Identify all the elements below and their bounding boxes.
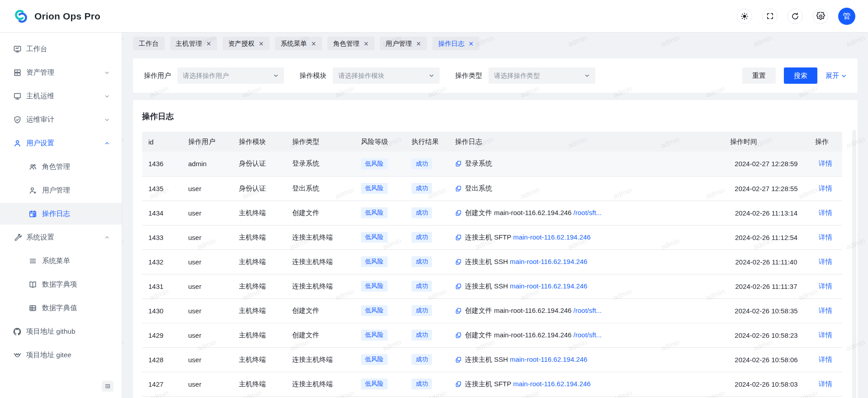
cell-risk: 低风险 — [355, 347, 405, 372]
sidebar-item-14[interactable]: 项目地址 gitee — [0, 344, 122, 366]
copy-icon[interactable] — [455, 259, 462, 265]
sidebar-item-label: 资产管理 — [26, 68, 54, 77]
tab-5[interactable]: 角色管理 — [327, 37, 375, 50]
select-placeholder: 请选择操作用户 — [183, 72, 229, 80]
detail-link[interactable]: 详情 — [819, 258, 832, 265]
cell-action: 详情 — [809, 249, 842, 274]
tab-close-icon[interactable] — [364, 41, 369, 46]
user-avatar[interactable]: 管 — [838, 8, 855, 25]
tab-4[interactable]: 系统菜单 — [275, 37, 322, 50]
expand-toggle[interactable]: 展开 — [825, 72, 847, 80]
risk-badge: 低风险 — [361, 281, 388, 292]
detail-link[interactable]: 详情 — [819, 209, 832, 216]
copy-icon[interactable] — [455, 234, 462, 241]
sidebar-item-8[interactable]: 操作日志 — [0, 203, 122, 225]
copy-icon[interactable] — [455, 160, 462, 167]
sidebar-item-4[interactable]: 运维审计 — [0, 109, 122, 130]
sidebar-item-6[interactable]: 角色管理 — [0, 156, 122, 177]
log-link[interactable]: main-root-116.62.194.246 — [513, 380, 591, 388]
log-link[interactable]: main-root-116.62.194.246 — [513, 233, 591, 241]
filter-select-3[interactable]: 请选择操作类型 — [489, 67, 595, 84]
detail-link[interactable]: 详情 — [819, 184, 832, 192]
filter-select-1[interactable]: 请选择操作用户 — [177, 67, 284, 84]
log-link[interactable]: main-root-116.62.194.246 — [510, 258, 588, 265]
reset-button[interactable]: 重置 — [742, 67, 776, 84]
tab-close-icon[interactable] — [311, 41, 316, 46]
copy-icon[interactable] — [455, 356, 462, 363]
risk-badge: 低风险 — [361, 256, 388, 267]
calendar-log-icon — [28, 209, 37, 218]
sidebar-item-3[interactable]: 主机运维 — [0, 85, 122, 107]
log-link[interactable]: /root/sft... — [574, 331, 602, 339]
sidebar-item-11[interactable]: 数据字典项 — [0, 273, 122, 295]
cell-log: 登录系统 — [449, 152, 724, 176]
tab-close-icon[interactable] — [259, 41, 264, 46]
copy-icon[interactable] — [455, 307, 462, 314]
sidebar-item-label: 用户管理 — [42, 186, 70, 195]
tab-close-icon[interactable] — [416, 41, 421, 46]
tab-6[interactable]: 用户管理 — [380, 37, 427, 50]
tab-2[interactable]: 主机管理 — [170, 37, 217, 50]
cell-id: 1435 — [142, 176, 182, 201]
result-badge: 成功 — [412, 330, 432, 340]
table-row: 1428user主机终端连接主机终端低风险成功连接主机 SSH main-roo… — [142, 347, 842, 372]
sidebar-item-13[interactable]: 项目地址 github — [0, 321, 122, 342]
cell-action: 详情 — [809, 347, 842, 372]
detail-link[interactable]: 详情 — [819, 282, 832, 290]
tab-close-icon[interactable] — [469, 41, 474, 46]
sidebar-item-9[interactable]: 系统设置 — [0, 226, 122, 248]
sidebar-item-label: 系统菜单 — [42, 256, 70, 266]
sidebar-item-10[interactable]: 系统菜单 — [0, 250, 122, 272]
cell-log: 连接主机 SSH main-root-116.62.194.246 — [449, 274, 724, 298]
log-link[interactable]: /root/sft... — [574, 209, 602, 216]
tab-bar: 工作台主机管理资产授权系统菜单角色管理用户管理操作日志 — [122, 33, 868, 53]
detail-link[interactable]: 详情 — [819, 307, 832, 314]
tab-3[interactable]: 资产授权 — [223, 37, 270, 50]
detail-link[interactable]: 详情 — [819, 159, 832, 167]
detail-link[interactable]: 详情 — [819, 355, 832, 363]
sidebar-item-7[interactable]: 用户管理 — [0, 179, 122, 201]
sidebar-item-12[interactable]: 数据字典值 — [0, 297, 122, 319]
cell-type: 登录系统 — [286, 152, 355, 176]
sidebar-item-label: 项目地址 github — [26, 327, 76, 336]
risk-badge: 低风险 — [361, 158, 388, 169]
result-badge: 成功 — [412, 232, 432, 243]
copy-icon[interactable] — [455, 283, 462, 290]
select-placeholder: 请选择操作类型 — [494, 72, 540, 80]
sidebar-item-1[interactable]: 工作台 — [0, 38, 122, 60]
tab-close-icon[interactable] — [206, 41, 211, 46]
cell-action: 详情 — [809, 152, 842, 176]
fullscreen-icon[interactable] — [762, 9, 778, 24]
expand-label: 展开 — [825, 72, 839, 80]
log-link[interactable]: main-root-116.62.194.246 — [510, 355, 588, 363]
log-text: 创建文件 main-root-116.62.194.246 /root/sft.… — [465, 307, 602, 315]
cell-action: 详情 — [809, 298, 842, 323]
detail-link[interactable]: 详情 — [819, 233, 832, 241]
theme-brightness-icon[interactable] — [737, 9, 752, 24]
copy-icon[interactable] — [455, 185, 462, 192]
filter-select-2[interactable]: 请选择操作模块 — [333, 67, 440, 84]
log-link[interactable]: /root/sft... — [574, 307, 602, 314]
tab-1[interactable]: 工作台 — [133, 37, 165, 50]
sidebar-item-label: 用户设置 — [26, 139, 54, 148]
settings-gear-icon[interactable] — [813, 9, 828, 24]
detail-link[interactable]: 详情 — [819, 331, 832, 339]
risk-badge: 低风险 — [361, 207, 388, 218]
detail-link[interactable]: 详情 — [819, 380, 832, 388]
sidebar: 工作台资产管理主机运维运维审计用户设置角色管理用户管理操作日志系统设置系统菜单数… — [0, 33, 122, 398]
search-button[interactable]: 搜索 — [784, 67, 817, 84]
log-text: 连接主机 SSH main-root-116.62.194.246 — [465, 282, 588, 291]
copy-icon[interactable] — [455, 332, 462, 339]
tab-7[interactable]: 操作日志 — [432, 37, 479, 50]
app-logo-icon — [13, 8, 29, 24]
sidebar-collapse-icon[interactable] — [102, 381, 114, 392]
refresh-icon[interactable] — [787, 9, 803, 24]
copy-icon[interactable] — [455, 381, 462, 388]
cell-time: 2024-02-27 12:28:55 — [724, 176, 809, 201]
table-scrollbar[interactable] — [852, 130, 856, 398]
sidebar-item-2[interactable]: 资产管理 — [0, 62, 122, 83]
sidebar-item-5[interactable]: 用户设置 — [0, 132, 122, 154]
cell-risk: 低风险 — [355, 274, 405, 298]
copy-icon[interactable] — [455, 210, 462, 216]
log-link[interactable]: main-root-116.62.194.246 — [510, 282, 588, 290]
